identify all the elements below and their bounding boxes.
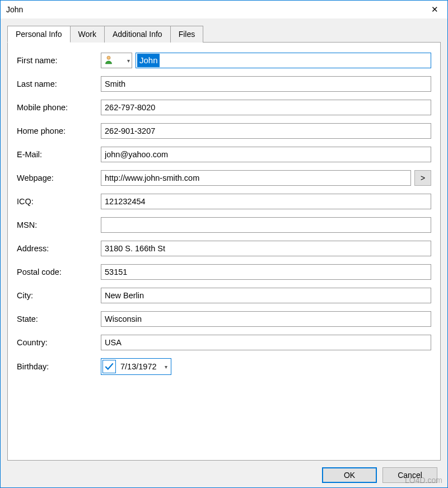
- row-home-phone: Home phone:: [17, 123, 431, 139]
- label-state: State:: [17, 315, 101, 323]
- birthday-datepicker[interactable]: 7/13/1972 ▾: [101, 358, 171, 375]
- birthday-checkbox[interactable]: [102, 360, 116, 373]
- client-area: Personal Info Work Additional Info Files…: [1, 18, 447, 487]
- mobile-phone-input[interactable]: [101, 100, 431, 115]
- row-birthday: Birthday: 7/13/1972 ▾: [17, 358, 431, 375]
- tab-work[interactable]: Work: [71, 26, 105, 43]
- chevron-right-icon: >: [421, 173, 425, 182]
- label-birthday: Birthday:: [17, 362, 101, 371]
- label-last-name: Last name:: [17, 79, 101, 88]
- label-mobile-phone: Mobile phone:: [17, 103, 101, 112]
- ok-button[interactable]: OK: [322, 467, 377, 483]
- row-webpage: Webpage: >: [17, 170, 431, 186]
- row-state: State:: [17, 311, 431, 327]
- window-title: John: [6, 5, 23, 14]
- row-first-name: First name: ▾ John: [17, 53, 431, 68]
- country-input[interactable]: [101, 335, 431, 350]
- dialog-window: John ✕ Personal Info Work Additional Inf…: [0, 0, 448, 488]
- person-icon: [104, 55, 113, 66]
- close-icon: ✕: [431, 4, 438, 15]
- row-email: E-Mail:: [17, 147, 431, 162]
- first-name-value: John: [137, 54, 160, 67]
- svg-point-0: [107, 56, 110, 59]
- address-input[interactable]: [101, 241, 431, 256]
- msn-input[interactable]: [101, 217, 431, 233]
- dialog-buttons: OK Cancel: [7, 461, 441, 483]
- label-home-phone: Home phone:: [17, 126, 101, 135]
- titlebar: John ✕: [1, 1, 447, 18]
- state-input[interactable]: [101, 311, 431, 327]
- avatar-picker[interactable]: ▾: [101, 53, 132, 68]
- last-name-input[interactable]: [101, 76, 431, 92]
- form: First name: ▾ John Las: [17, 53, 431, 375]
- birthday-value: 7/13/1972: [120, 362, 157, 371]
- cancel-button[interactable]: Cancel: [382, 467, 437, 483]
- label-postal: Postal code:: [17, 268, 101, 276]
- label-city: City:: [17, 291, 101, 300]
- webpage-go-button[interactable]: >: [414, 170, 431, 186]
- check-icon: [104, 362, 114, 372]
- tab-personal-info[interactable]: Personal Info: [7, 26, 71, 43]
- tab-additional-info[interactable]: Additional Info: [105, 26, 171, 43]
- row-postal: Postal code:: [17, 264, 431, 280]
- label-address: Address:: [17, 244, 101, 253]
- email-input[interactable]: [101, 147, 431, 162]
- row-last-name: Last name:: [17, 76, 431, 92]
- row-mobile-phone: Mobile phone:: [17, 100, 431, 115]
- close-button[interactable]: ✕: [422, 1, 447, 18]
- icq-input[interactable]: [101, 194, 431, 209]
- label-first-name: First name:: [17, 56, 101, 65]
- first-name-input[interactable]: John: [136, 53, 431, 68]
- label-email: E-Mail:: [17, 150, 101, 159]
- tab-files[interactable]: Files: [171, 26, 204, 43]
- tabpanel-personal-info: First name: ▾ John Las: [7, 42, 441, 461]
- tabstrip: Personal Info Work Additional Info Files: [7, 25, 441, 42]
- label-icq: ICQ:: [17, 197, 101, 206]
- label-msn: MSN:: [17, 220, 101, 229]
- row-address: Address:: [17, 241, 431, 256]
- chevron-down-icon: ▾: [165, 364, 167, 370]
- chevron-down-icon: ▾: [127, 58, 130, 64]
- postal-input[interactable]: [101, 264, 431, 280]
- webpage-input[interactable]: [101, 170, 411, 186]
- row-city: City:: [17, 288, 431, 303]
- row-icq: ICQ:: [17, 194, 431, 209]
- row-country: Country:: [17, 335, 431, 350]
- home-phone-input[interactable]: [101, 123, 431, 139]
- city-input[interactable]: [101, 288, 431, 303]
- row-msn: MSN:: [17, 217, 431, 233]
- label-webpage: Webpage:: [17, 173, 101, 182]
- label-country: Country:: [17, 338, 101, 347]
